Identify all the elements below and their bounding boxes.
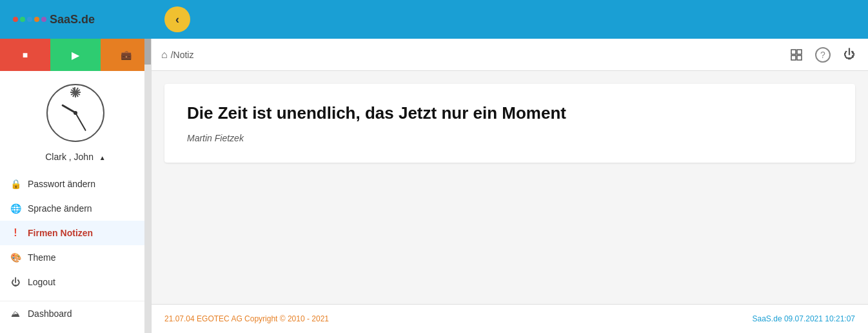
footer-info: SaaS.de 09.07.2021 10:21:07 bbox=[753, 314, 855, 323]
palette-icon: 🎨 bbox=[10, 252, 21, 263]
dot-purple bbox=[41, 17, 46, 22]
dot-green bbox=[20, 17, 25, 22]
home-icon: ⌂ bbox=[161, 49, 168, 61]
note-title: Die Zeit ist unendlich, das Jetzt nur ei… bbox=[187, 103, 833, 123]
svg-rect-0 bbox=[791, 50, 796, 54]
sidebar-item-logout[interactable]: ⏻ Logout bbox=[0, 270, 151, 294]
svg-rect-3 bbox=[797, 56, 802, 60]
sidebar-item-theme-label: Theme bbox=[28, 252, 56, 263]
note-card: Die Zeit ist unendlich, das Jetzt nur ei… bbox=[164, 84, 855, 163]
note-author: Martin Fietzek bbox=[187, 133, 833, 143]
power-icon: ⏻ bbox=[10, 276, 21, 288]
sidebar-item-theme[interactable]: 🎨 Theme bbox=[0, 245, 151, 270]
sidebar-menu: 🔒 Passwort ändern 🌐 Sprache ändern ! Fir… bbox=[0, 172, 151, 294]
content-footer: 21.07.04 EGOTEC AG Copyright © 2010 - 20… bbox=[152, 304, 868, 333]
dot-orange bbox=[34, 17, 39, 22]
user-chevron-icon: ▲ bbox=[99, 154, 106, 161]
sidebar-stop-button[interactable]: ■ bbox=[0, 39, 50, 71]
sidebar-top-bar: ■ ▶ 💼 bbox=[0, 39, 151, 71]
footer-copyright: 21.07.04 EGOTEC AG Copyright © 2010 - 20… bbox=[164, 314, 329, 323]
sidebar-scrollbar[interactable] bbox=[144, 39, 151, 333]
grid-icon bbox=[790, 48, 803, 61]
help-button[interactable]: ? bbox=[815, 47, 831, 63]
sidebar-scrollbar-thumb bbox=[144, 39, 151, 65]
content-area: ⌂ /Notiz ? ⏻ Die Zeit ist unendl bbox=[152, 39, 868, 333]
svg-rect-2 bbox=[791, 56, 796, 60]
sidebar-item-sprache-label: Sprache ändern bbox=[28, 203, 92, 214]
sidebar-briefcase-button[interactable]: 💼 bbox=[101, 39, 151, 71]
sidebar-item-passwort-label: Passwort ändern bbox=[28, 179, 95, 189]
back-button[interactable]: ‹ bbox=[164, 6, 190, 32]
logo-dots bbox=[13, 17, 46, 22]
lock-icon: 🔒 bbox=[10, 178, 21, 190]
sidebar-item-dashboard[interactable]: ⛰ Dashboard bbox=[0, 301, 151, 326]
sidebar-item-passwort[interactable]: 🔒 Passwort ändern bbox=[0, 172, 151, 196]
power-button[interactable]: ⏻ bbox=[840, 46, 858, 64]
header-actions: ? ⏻ bbox=[787, 46, 858, 64]
clock-minute-hand bbox=[75, 113, 86, 132]
sidebar-item-dashboard-label: Dashboard bbox=[28, 308, 72, 319]
user-name[interactable]: Clark , John ▲ bbox=[0, 148, 151, 172]
grid-button[interactable] bbox=[787, 46, 805, 64]
exclamation-icon: ! bbox=[10, 227, 21, 239]
dot-blue bbox=[27, 17, 32, 22]
sidebar-bottom-menu: ⛰ Dashboard bbox=[0, 301, 151, 326]
content-header: ⌂ /Notiz ? ⏻ bbox=[152, 39, 868, 71]
sidebar-item-logout-label: Logout bbox=[28, 277, 55, 287]
globe-icon: 🌐 bbox=[10, 203, 21, 214]
top-header: SaaS.de ‹ bbox=[0, 0, 868, 39]
sidebar: ■ ▶ 💼 bbox=[0, 39, 152, 333]
clock-center bbox=[74, 111, 77, 115]
clock-area bbox=[0, 71, 151, 148]
dot-red bbox=[13, 17, 18, 22]
content-body: Die Zeit ist unendlich, das Jetzt nur ei… bbox=[152, 71, 868, 304]
main-area: ■ ▶ 💼 bbox=[0, 39, 868, 333]
sidebar-item-firmen-notizen[interactable]: ! Firmen Notizen bbox=[0, 221, 151, 245]
logo-area: SaaS.de bbox=[6, 13, 158, 26]
svg-rect-1 bbox=[797, 50, 802, 54]
logo-text: SaaS.de bbox=[50, 13, 95, 26]
breadcrumb: ⌂ /Notiz bbox=[161, 49, 193, 61]
analog-clock bbox=[46, 84, 104, 142]
sidebar-item-firmen-notizen-label: Firmen Notizen bbox=[28, 228, 93, 238]
mountain-icon: ⛰ bbox=[10, 308, 21, 319]
sidebar-item-sprache[interactable]: 🌐 Sprache ändern bbox=[0, 196, 151, 221]
user-name-text: Clark , John bbox=[45, 152, 94, 162]
sidebar-play-button[interactable]: ▶ bbox=[50, 39, 101, 71]
breadcrumb-text: /Notiz bbox=[171, 50, 194, 60]
